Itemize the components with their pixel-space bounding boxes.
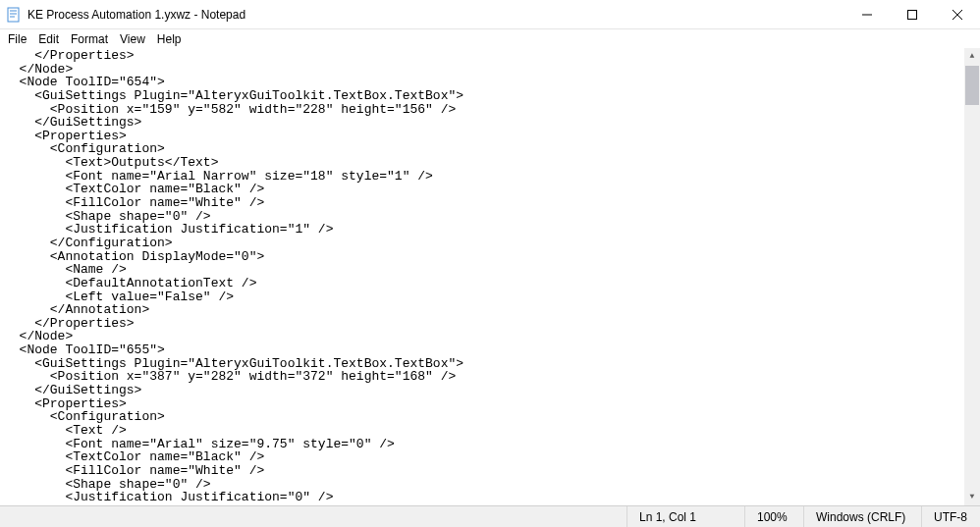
minimize-button[interactable] (844, 0, 890, 28)
menu-help[interactable]: Help (151, 31, 188, 47)
close-button[interactable] (935, 0, 980, 28)
menu-edit[interactable]: Edit (32, 31, 65, 47)
editor-text[interactable]: </Properties> </Node> <Node ToolID="654"… (4, 48, 463, 505)
scroll-up-arrow-icon[interactable]: ▲ (964, 48, 980, 65)
status-zoom: 100% (744, 506, 803, 527)
notepad-icon (6, 7, 22, 23)
scroll-down-arrow-icon[interactable]: ▼ (964, 489, 980, 505)
maximize-button[interactable] (890, 0, 935, 28)
status-encoding: UTF-8 (921, 506, 980, 527)
titlebar: KE Process Automation 1.yxwz - Notepad (0, 0, 980, 29)
menu-file[interactable]: File (2, 31, 32, 47)
vertical-scrollbar[interactable]: ▲ ▼ (964, 48, 980, 505)
svg-rect-5 (908, 10, 917, 19)
window-title: KE Process Automation 1.yxwz - Notepad (27, 8, 844, 22)
menu-format[interactable]: Format (65, 31, 114, 47)
svg-rect-0 (8, 8, 19, 22)
window-controls (844, 0, 980, 28)
editor-area[interactable]: </Properties> </Node> <Node ToolID="654"… (0, 48, 980, 505)
scrollbar-thumb[interactable] (965, 66, 979, 105)
menu-view[interactable]: View (114, 31, 151, 47)
menubar: File Edit Format View Help (0, 29, 980, 48)
status-position: Ln 1, Col 1 (626, 506, 744, 527)
status-line-ending: Windows (CRLF) (803, 506, 921, 527)
statusbar: Ln 1, Col 1 100% Windows (CRLF) UTF-8 (0, 505, 980, 527)
